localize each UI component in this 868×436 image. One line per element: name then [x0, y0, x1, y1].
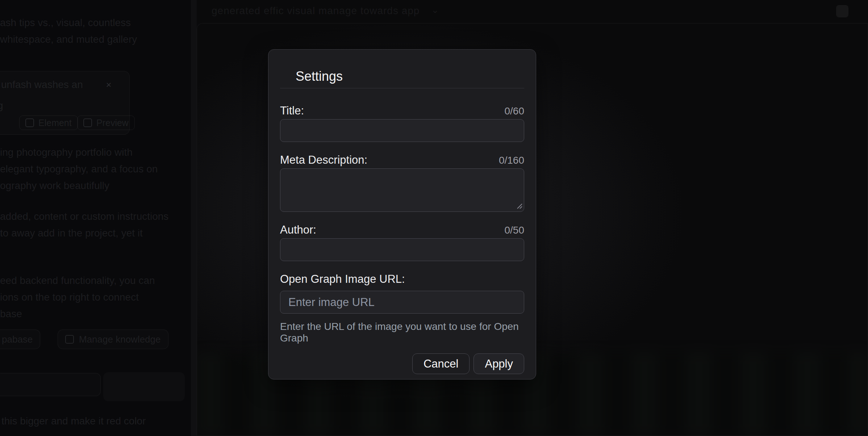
dialog-title: Settings — [296, 68, 524, 84]
author-label: Author: — [280, 223, 316, 236]
og-image-url-input[interactable] — [280, 291, 524, 314]
apply-button[interactable]: Apply — [473, 353, 524, 374]
element-icon — [25, 118, 34, 127]
element-button[interactable]: Element — [19, 116, 78, 130]
close-icon[interactable]: × — [104, 80, 113, 89]
preview-button-label: Preview — [96, 118, 129, 128]
divider — [280, 88, 524, 88]
selection-line: g — [0, 97, 3, 114]
resize-handle-icon[interactable] — [516, 202, 522, 209]
panel-gutter — [191, 0, 197, 436]
chat-paragraph: eed backend functionality, you can ions … — [0, 272, 155, 322]
chat-sidebar: ash tips vs., visual, countless whitespa… — [0, 0, 191, 436]
selection-card: unfash washes an × g Element Preview — [0, 71, 130, 135]
author-char-counter: 0/50 — [505, 225, 525, 236]
title-char-counter: 0/60 — [505, 105, 525, 117]
og-image-field-row: Open Graph Image URL: — [280, 273, 524, 286]
meta-description-char-counter: 0/160 — [499, 155, 524, 166]
dialog-actions: Cancel Apply — [280, 353, 524, 374]
project-title: generated effic visual manage towards ap… — [212, 5, 420, 17]
meta-description-label: Meta Description: — [280, 154, 367, 167]
preview-icon — [83, 118, 92, 127]
supabase-chip-label: pabase — [2, 334, 33, 345]
author-input[interactable] — [280, 238, 524, 261]
chat-paragraph: ash tips vs., visual, countless whitespa… — [0, 14, 137, 48]
selection-chip-label: unfash washes an — [1, 76, 83, 93]
element-button-label: Element — [38, 118, 72, 128]
window-control-icon[interactable] — [836, 5, 848, 17]
title-label: Title: — [280, 104, 304, 117]
chat-paragraph: ing photography portfolio with elegant t… — [0, 144, 158, 194]
settings-dialog: Settings Title: 0/60 Meta Description: 0… — [268, 49, 536, 380]
cancel-button[interactable]: Cancel — [412, 353, 470, 374]
composer-panel — [103, 372, 185, 401]
manage-knowledge-chip[interactable]: Manage knowledge — [58, 330, 168, 349]
title-field-row: Title: 0/60 — [280, 104, 524, 117]
chat-input[interactable] — [0, 373, 101, 396]
chevron-down-icon[interactable]: ⌄ — [431, 4, 439, 16]
manage-knowledge-label: Manage knowledge — [79, 334, 161, 345]
knowledge-icon — [65, 335, 74, 344]
chat-paragraph: added, content or custom instructions to… — [0, 208, 168, 242]
preview-button[interactable]: Preview — [77, 116, 135, 130]
chat-message: this bigger and make it red color — [1, 413, 146, 429]
author-field-row: Author: 0/50 — [280, 223, 524, 236]
og-image-help-text: Enter the URL of the image you want to u… — [280, 321, 524, 344]
supabase-chip[interactable]: pabase — [0, 330, 40, 349]
meta-description-field-row: Meta Description: 0/160 — [280, 154, 524, 167]
og-image-url-label: Open Graph Image URL: — [280, 273, 405, 286]
screen: generated effic visual manage towards ap… — [0, 0, 868, 436]
title-input[interactable] — [280, 119, 524, 142]
meta-description-wrap — [280, 168, 524, 212]
meta-description-textarea[interactable] — [280, 168, 524, 212]
